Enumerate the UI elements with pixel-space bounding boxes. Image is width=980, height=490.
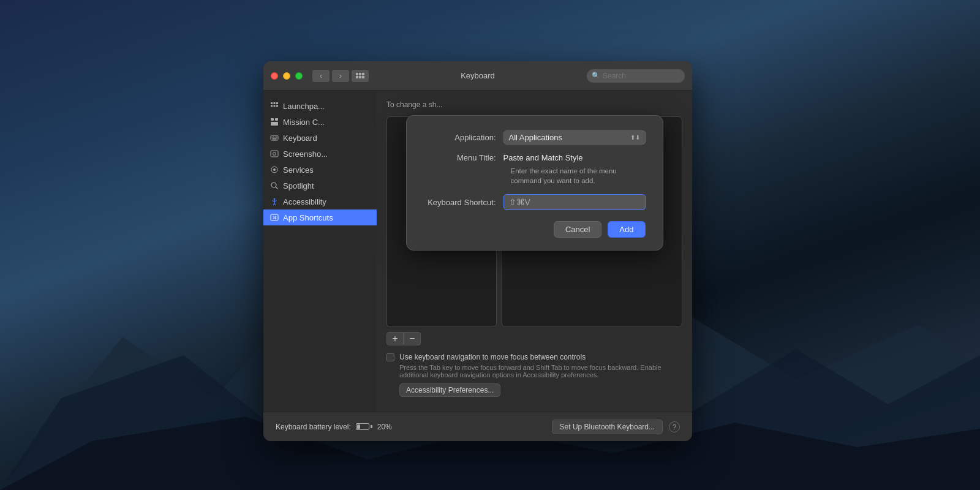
- svg-rect-12: [271, 135, 278, 140]
- svg-point-21: [273, 168, 276, 171]
- sidebar-item-spotlight[interactable]: Spotlight: [263, 178, 377, 194]
- sidebar-item-launchpad[interactable]: Launchpa...: [263, 98, 377, 114]
- menu-title-value: Paste and Match Style: [503, 153, 583, 162]
- keyboard-shortcut-label: Keyboard Shortcut:: [424, 198, 503, 207]
- search-input[interactable]: [603, 72, 680, 80]
- keyboard-shortcut-row: Keyboard Shortcut: ⇧⌘V: [424, 194, 646, 210]
- minimize-button[interactable]: [283, 72, 290, 80]
- shortcut-symbol: ⇧⌘V: [509, 197, 530, 207]
- sidebar-item-app-shortcuts[interactable]: ⌘ App Shortcuts: [263, 209, 377, 225]
- battery-fill: [357, 424, 360, 429]
- svg-point-22: [271, 183, 276, 187]
- grid-view-button[interactable]: [352, 70, 369, 82]
- svg-rect-17: [273, 138, 277, 140]
- battery-section: Keyboard battery level: 20%: [276, 423, 392, 431]
- sidebar-item-services[interactable]: Services: [263, 162, 377, 178]
- battery-percent: 20%: [377, 423, 392, 431]
- help-button[interactable]: ?: [669, 421, 680, 432]
- sidebar-item-spotlight-label: Spotlight: [283, 181, 314, 190]
- title-bar: ‹ › Keyboard 🔍: [263, 61, 692, 91]
- sidebar-item-mission-control-label: Mission C...: [283, 118, 325, 127]
- spotlight-icon: [270, 181, 279, 190]
- dialog-overlay: Application: All Applications ⬆⬇ Menu Ti…: [377, 91, 692, 412]
- search-bar[interactable]: 🔍: [587, 69, 685, 83]
- window-body: Launchpa... Mission C... Keyboard Screen…: [263, 91, 692, 412]
- keyboard-icon: [270, 133, 279, 143]
- svg-rect-5: [276, 102, 278, 104]
- svg-point-24: [274, 198, 276, 200]
- add-button[interactable]: Add: [608, 221, 645, 238]
- sidebar-item-keyboard[interactable]: Keyboard: [263, 130, 377, 146]
- application-select-value: All Applications: [509, 133, 562, 142]
- battery-tip: [371, 425, 372, 428]
- grid-icon: [356, 73, 364, 78]
- sidebar-item-screenshot[interactable]: Screensho...: [263, 146, 377, 162]
- svg-line-29: [274, 203, 276, 205]
- zoom-button[interactable]: [295, 72, 303, 80]
- search-icon: 🔍: [592, 72, 600, 80]
- sidebar-item-accessibility-label: Accessibility: [283, 197, 326, 206]
- svg-rect-8: [276, 105, 278, 107]
- window-title: Keyboard: [369, 71, 587, 80]
- battery-icon: [356, 423, 372, 430]
- sidebar-item-mission-control[interactable]: Mission C...: [263, 114, 377, 130]
- screenshot-icon: [270, 149, 279, 159]
- keyboard-preferences-window: ‹ › Keyboard 🔍 Launchpa...: [263, 61, 692, 441]
- svg-rect-7: [274, 105, 276, 107]
- sidebar-item-keyboard-label: Keyboard: [283, 134, 317, 143]
- add-shortcut-dialog: Application: All Applications ⬆⬇ Menu Ti…: [406, 115, 663, 251]
- application-label: Application:: [424, 133, 503, 142]
- svg-rect-16: [276, 137, 277, 138]
- svg-rect-15: [275, 137, 276, 138]
- svg-rect-3: [271, 102, 273, 104]
- dialog-hint-text: Enter the exact name of the menu command…: [511, 166, 646, 186]
- battery-body: [356, 423, 369, 430]
- svg-text:⌘: ⌘: [273, 216, 277, 220]
- bottom-bar: Keyboard battery level: 20% Set Up Bluet…: [263, 412, 692, 441]
- svg-rect-14: [273, 137, 274, 138]
- sidebar-item-launchpad-label: Launchpa...: [283, 102, 325, 111]
- svg-rect-9: [271, 118, 274, 121]
- nav-buttons: ‹ ›: [312, 70, 349, 82]
- svg-rect-10: [275, 118, 278, 121]
- sidebar-item-accessibility[interactable]: Accessibility: [263, 194, 377, 209]
- mission-control-icon: [270, 117, 279, 127]
- dialog-actions: Cancel Add: [424, 221, 646, 238]
- bottom-right-controls: Set Up Bluetooth Keyboard... ?: [552, 420, 680, 434]
- svg-rect-11: [271, 122, 278, 126]
- svg-rect-18: [271, 151, 278, 157]
- svg-rect-13: [272, 137, 273, 138]
- application-select[interactable]: All Applications ⬆⬇: [503, 130, 646, 145]
- main-content: To change a sh... ⇧⌘/ + −: [377, 91, 692, 412]
- back-button[interactable]: ‹: [312, 70, 330, 82]
- launchpad-icon: [270, 101, 279, 111]
- app-shortcuts-icon: ⌘: [270, 213, 279, 222]
- menu-title-label: Menu Title:: [424, 153, 503, 162]
- battery-label: Keyboard battery level:: [276, 423, 351, 431]
- keyboard-shortcut-input[interactable]: ⇧⌘V: [503, 194, 646, 210]
- sidebar: Launchpa... Mission C... Keyboard Screen…: [263, 91, 377, 412]
- svg-rect-4: [274, 102, 276, 104]
- close-button[interactable]: [271, 72, 278, 80]
- traffic-lights: [271, 72, 303, 80]
- application-row: Application: All Applications ⬆⬇: [424, 130, 646, 145]
- bluetooth-keyboard-button[interactable]: Set Up Bluetooth Keyboard...: [552, 420, 663, 434]
- svg-rect-6: [271, 105, 273, 107]
- menu-title-row: Menu Title: Paste and Match Style: [424, 153, 646, 162]
- forward-button[interactable]: ›: [332, 70, 349, 82]
- accessibility-icon: [270, 197, 279, 206]
- sidebar-item-screenshot-label: Screensho...: [283, 149, 328, 159]
- sidebar-item-services-label: Services: [283, 165, 314, 175]
- svg-point-19: [273, 153, 276, 156]
- cancel-button[interactable]: Cancel: [554, 221, 601, 238]
- services-icon: [270, 165, 279, 175]
- chevron-up-down-icon: ⬆⬇: [630, 134, 640, 141]
- sidebar-item-app-shortcuts-label: App Shortcuts: [283, 213, 333, 222]
- svg-line-23: [276, 187, 278, 189]
